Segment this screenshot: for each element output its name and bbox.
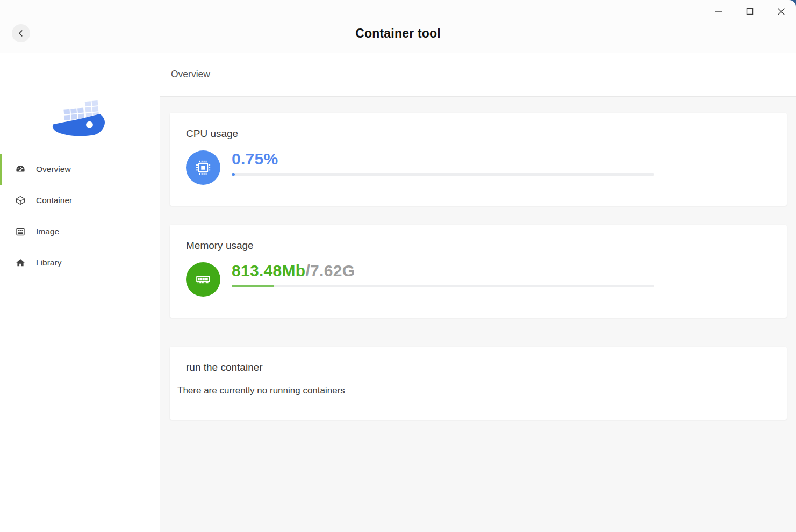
dashboard-gauge-icon [15, 164, 26, 175]
page-title: Overview [160, 53, 796, 97]
memory-ram-icon [186, 262, 220, 297]
memory-used-value: 813.48Mb [232, 262, 305, 279]
titlebar: Container tool [0, 0, 796, 53]
main-body: CPU usage [160, 97, 796, 532]
home-icon [15, 257, 26, 268]
containers-card-title: run the container [186, 362, 779, 373]
minimize-icon [715, 8, 722, 15]
cpu-progress-bar [232, 173, 654, 176]
sidebar-item-label: Container [36, 196, 72, 205]
sidebar-item-container[interactable]: Container [0, 185, 160, 216]
cpu-chip-icon [186, 150, 220, 185]
image-list-icon [15, 226, 26, 237]
cpu-usage-card: CPU usage [170, 113, 787, 206]
sidebar-item-label: Image [36, 227, 59, 236]
sidebar-item-library[interactable]: Library [0, 247, 160, 278]
cpu-usage-value: 0.75% [232, 150, 654, 168]
container-ship-logo-icon [50, 96, 110, 145]
sidebar: Overview Container [0, 53, 160, 532]
maximize-button[interactable] [739, 1, 761, 21]
cpu-progress-fill [232, 173, 235, 176]
memory-usage-value: 813.48Mb/7.62G [232, 262, 654, 279]
close-icon [777, 8, 785, 16]
main-panel: Overview CPU usage [160, 53, 796, 532]
maximize-icon [746, 8, 754, 15]
memory-usage-card: Memory usage 813.48Mb/7.62 [170, 225, 787, 318]
memory-total-value: /7.62G [305, 262, 355, 279]
memory-progress-fill [232, 285, 274, 287]
app-logo [0, 53, 160, 154]
memory-progress-bar [232, 285, 654, 287]
memory-card-title: Memory usage [186, 240, 771, 251]
sidebar-item-image[interactable]: Image [0, 216, 160, 247]
window-title: Container tool [0, 26, 796, 41]
container-box-icon [15, 195, 26, 206]
sidebar-item-overview[interactable]: Overview [0, 154, 160, 185]
sidebar-item-label: Overview [36, 164, 71, 174]
minimize-button[interactable] [708, 1, 729, 21]
no-containers-message: There are currently no running container… [177, 385, 779, 396]
sidebar-nav: Overview Container [0, 154, 160, 278]
sidebar-item-label: Library [36, 258, 61, 268]
running-containers-card: run the container There are currently no… [170, 347, 787, 420]
cpu-card-title: CPU usage [186, 128, 771, 140]
window-controls [708, 1, 792, 21]
window-corner-accent [787, 0, 796, 9]
